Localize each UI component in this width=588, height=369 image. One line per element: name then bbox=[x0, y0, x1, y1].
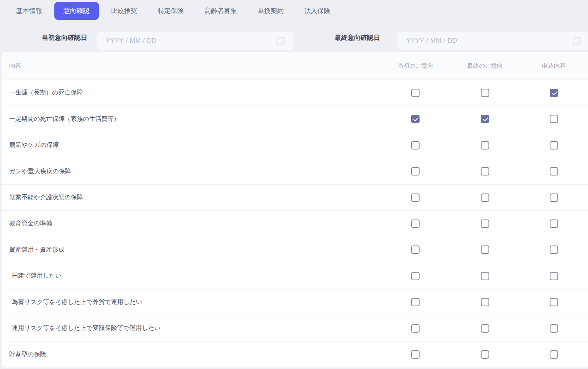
checkbox-application[interactable] bbox=[550, 167, 558, 176]
checkbox-final-intent[interactable] bbox=[481, 298, 489, 306]
table-row: 病気やケガの保障 bbox=[2, 132, 588, 158]
checkbox-application[interactable] bbox=[550, 298, 558, 306]
table-header: 内容 当初のご意向 最終のご意向 申込内容 bbox=[2, 52, 588, 80]
tab-6[interactable]: 乗換契約 bbox=[258, 7, 284, 15]
checkbox-final-intent[interactable] bbox=[481, 245, 489, 254]
header-final-intent: 最終のご意向 bbox=[450, 62, 520, 70]
row-label: 一定期間の死亡保障（家族の生活費等） bbox=[2, 115, 381, 123]
cell-initial-intent bbox=[381, 193, 450, 202]
tab-2-active[interactable]: 意向確認 bbox=[54, 2, 99, 20]
tab-5[interactable]: 高齢者募集 bbox=[204, 7, 237, 15]
row-label: 就業不能や介護状態の保障 bbox=[2, 193, 381, 202]
checkbox-final-intent[interactable] bbox=[481, 350, 489, 359]
checkbox-final-intent[interactable] bbox=[481, 272, 489, 280]
checkbox-initial-intent[interactable] bbox=[411, 89, 420, 97]
cell-application bbox=[520, 350, 588, 359]
tab-1[interactable]: 基本情報 bbox=[16, 7, 42, 15]
table-row: 教育資金の準備 bbox=[2, 210, 588, 236]
row-label: 円建で運用したい bbox=[2, 272, 381, 280]
cell-application bbox=[520, 245, 588, 254]
calendar-icon[interactable] bbox=[276, 36, 286, 46]
checkbox-application[interactable] bbox=[550, 350, 558, 359]
table-row: 運用リスク等を考慮した上で変額保険等で運用したい bbox=[2, 315, 588, 341]
cell-final-intent bbox=[450, 141, 520, 150]
cell-final-intent bbox=[450, 324, 520, 333]
checkbox-initial-intent[interactable] bbox=[411, 167, 420, 176]
row-label: 教育資金の準備 bbox=[2, 219, 381, 228]
checkbox-initial-intent[interactable] bbox=[411, 324, 420, 333]
intent-table: 内容 当初のご意向 最終のご意向 申込内容 一生涯（長期）の死亡保障 一定期間の… bbox=[2, 52, 588, 367]
cell-final-intent bbox=[450, 193, 520, 202]
row-label: 資産運用・資産形成 bbox=[2, 246, 381, 254]
header-application: 申込内容 bbox=[520, 62, 588, 70]
checkbox-application[interactable] bbox=[550, 219, 558, 228]
initial-date-input[interactable]: YYYY / MM / DD bbox=[96, 32, 294, 50]
cell-application bbox=[520, 219, 588, 228]
initial-date-label: 当初意向確認日 bbox=[34, 23, 87, 52]
checkbox-application[interactable] bbox=[550, 141, 558, 150]
cell-application bbox=[520, 272, 588, 280]
cell-application bbox=[520, 298, 588, 306]
table-row: 一定期間の死亡保障（家族の生活費等） bbox=[2, 106, 588, 132]
cell-application bbox=[520, 193, 588, 202]
final-date-label: 最終意向確認日 bbox=[327, 23, 380, 52]
header-content: 内容 bbox=[2, 62, 381, 70]
checkbox-initial-intent[interactable] bbox=[411, 272, 420, 280]
cell-application bbox=[520, 115, 588, 123]
checkbox-final-intent[interactable] bbox=[481, 115, 489, 123]
checkbox-application[interactable] bbox=[550, 324, 558, 333]
cell-initial-intent bbox=[381, 115, 450, 123]
final-date-input[interactable]: YYYY / MM / DD bbox=[397, 32, 588, 50]
cell-initial-intent bbox=[381, 350, 450, 359]
date-filter-row: 当初意向確認日 YYYY / MM / DD 最終意向確認日 YYYY / MM… bbox=[0, 23, 588, 52]
row-label: 運用リスク等を考慮した上で変額保険等で運用したい bbox=[2, 324, 381, 332]
checkbox-application[interactable] bbox=[550, 193, 558, 202]
checkbox-initial-intent[interactable] bbox=[411, 245, 420, 254]
cell-final-intent bbox=[450, 245, 520, 254]
cell-application bbox=[520, 89, 588, 97]
initial-date-placeholder: YYYY / MM / DD bbox=[106, 37, 276, 45]
cell-final-intent bbox=[450, 350, 520, 359]
cell-initial-intent bbox=[381, 298, 450, 306]
checkbox-initial-intent[interactable] bbox=[411, 298, 420, 306]
checkbox-final-intent[interactable] bbox=[481, 193, 489, 202]
checkbox-application[interactable] bbox=[550, 89, 558, 97]
cell-final-intent bbox=[450, 219, 520, 228]
tab-4[interactable]: 特定保険 bbox=[158, 7, 184, 15]
checkbox-initial-intent[interactable] bbox=[411, 350, 420, 359]
cell-initial-intent bbox=[381, 245, 450, 254]
checkbox-application[interactable] bbox=[550, 115, 558, 123]
cell-initial-intent bbox=[381, 272, 450, 280]
checkbox-initial-intent[interactable] bbox=[411, 219, 420, 228]
tab-7[interactable]: 法人保険 bbox=[304, 7, 330, 15]
checkbox-final-intent[interactable] bbox=[481, 167, 489, 176]
checkbox-initial-intent[interactable] bbox=[411, 141, 420, 150]
cell-final-intent bbox=[450, 89, 520, 97]
cell-initial-intent bbox=[381, 141, 450, 150]
checkbox-initial-intent[interactable] bbox=[411, 115, 420, 123]
checkbox-final-intent[interactable] bbox=[481, 141, 489, 150]
cell-initial-intent bbox=[381, 219, 450, 228]
checkbox-initial-intent[interactable] bbox=[411, 193, 420, 202]
cell-initial-intent bbox=[381, 324, 450, 333]
checkbox-final-intent[interactable] bbox=[481, 219, 489, 228]
row-label: 病気やケガの保障 bbox=[2, 141, 381, 149]
cell-final-intent bbox=[450, 115, 520, 123]
cell-final-intent bbox=[450, 272, 520, 280]
cell-final-intent bbox=[450, 167, 520, 176]
table-row: 円建で運用したい bbox=[2, 263, 588, 289]
checkbox-final-intent[interactable] bbox=[481, 89, 489, 97]
cell-application bbox=[520, 141, 588, 150]
checkbox-final-intent[interactable] bbox=[481, 324, 489, 333]
tab-3[interactable]: 比較推奨 bbox=[111, 7, 137, 15]
checkbox-application[interactable] bbox=[550, 272, 558, 280]
calendar-icon[interactable] bbox=[572, 36, 582, 46]
table-row: 資産運用・資産形成 bbox=[2, 237, 588, 263]
header-initial-intent: 当初のご意向 bbox=[381, 62, 450, 70]
row-label: 一生涯（長期）の死亡保障 bbox=[2, 89, 381, 97]
row-label: 貯蓄型の保険 bbox=[2, 351, 381, 359]
final-date-placeholder: YYYY / MM / DD bbox=[406, 37, 572, 45]
checkbox-application[interactable] bbox=[550, 245, 558, 254]
table-row: 就業不能や介護状態の保障 bbox=[2, 184, 588, 210]
table-row: 一生涯（長期）の死亡保障 bbox=[2, 80, 588, 106]
